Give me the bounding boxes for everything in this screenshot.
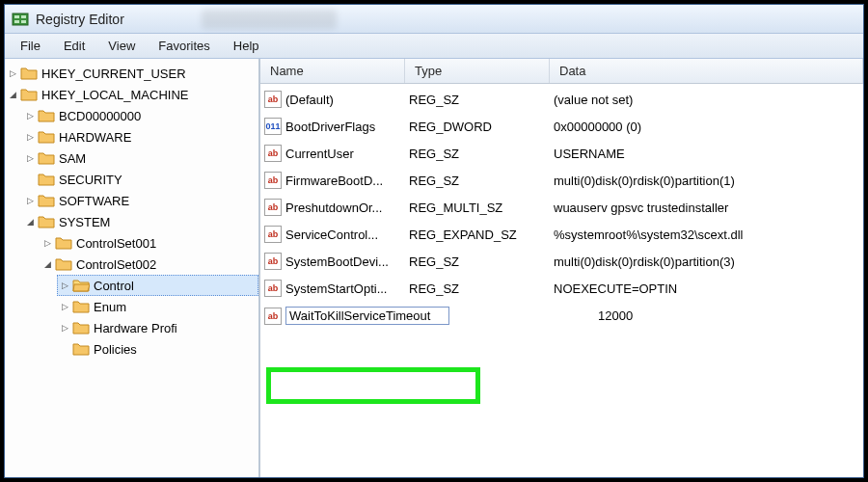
list-row[interactable]: abSystemStartOpti...REG_SZ NOEXECUTE=OPT… bbox=[260, 275, 863, 302]
expander-icon[interactable]: ▷ bbox=[7, 67, 18, 79]
expander-icon[interactable]: ◢ bbox=[7, 89, 18, 100]
tree-node-hkcu[interactable]: ▷ HKEY_CURRENT_USER bbox=[5, 63, 258, 84]
folder-icon bbox=[55, 256, 72, 272]
tree-label: SOFTWARE bbox=[59, 194, 129, 208]
tree-label: Enum bbox=[94, 300, 126, 314]
tree-label: HKEY_LOCAL_MACHINE bbox=[41, 88, 188, 102]
value-name: SystemStartOpti... bbox=[285, 281, 387, 296]
expander-icon[interactable]: ◢ bbox=[41, 258, 53, 270]
list-row[interactable]: ab(Default)REG_SZ(value not set) bbox=[260, 86, 863, 113]
value-data: (value not set) bbox=[554, 93, 859, 107]
value-name-edit-input[interactable] bbox=[285, 307, 449, 325]
expander-icon[interactable]: ▷ bbox=[59, 280, 70, 291]
watermark: 系统之家 xitongzhijia.net bbox=[728, 434, 858, 470]
tree-label: HARDWARE bbox=[59, 130, 131, 145]
tree-label: BCD00000000 bbox=[59, 109, 141, 123]
list-row[interactable]: abFirmwareBootD...REG_SZmulti(0)disk(0)r… bbox=[260, 167, 863, 194]
list-header: Name Type Data bbox=[260, 59, 863, 84]
menu-edit[interactable]: Edit bbox=[54, 36, 95, 56]
expander-icon[interactable]: ▷ bbox=[59, 301, 70, 312]
expander-icon[interactable]: ▷ bbox=[24, 195, 36, 206]
titlebar-blur-region bbox=[202, 10, 337, 29]
value-type: REG_EXPAND_SZ bbox=[409, 228, 554, 242]
menubar: File Edit View Favorites Help bbox=[5, 34, 863, 59]
folder-icon bbox=[38, 150, 55, 166]
list-row[interactable]: 011BootDriverFlagsREG_DWORD0x00000000 (0… bbox=[260, 113, 863, 140]
tree-label: ControlSet001 bbox=[76, 236, 156, 251]
value-type: REG_SZ bbox=[409, 147, 554, 161]
string-value-icon: ab bbox=[264, 145, 282, 162]
tree-node-hardware[interactable]: ▷HARDWARE bbox=[22, 126, 258, 147]
menu-favorites[interactable]: Favorites bbox=[149, 36, 219, 56]
string-value-icon: ab bbox=[264, 308, 282, 325]
tree-pane[interactable]: ▷ HKEY_CURRENT_USER ◢ HKEY_LOCAL_MACHINE… bbox=[5, 59, 260, 477]
expander-icon[interactable]: ▷ bbox=[24, 110, 36, 121]
value-type: REG_DWORD bbox=[409, 120, 554, 134]
tree-node-security[interactable]: ▷SECURITY bbox=[22, 169, 258, 190]
expander-icon[interactable]: ▷ bbox=[24, 152, 36, 164]
tree-node-sam[interactable]: ▷SAM bbox=[22, 147, 258, 169]
titlebar[interactable]: Registry Editor bbox=[5, 5, 863, 34]
expander-icon[interactable]: ▷ bbox=[41, 237, 53, 249]
expander-icon[interactable]: ▷ bbox=[59, 322, 70, 334]
string-value-icon: ab bbox=[264, 280, 282, 297]
value-data: 0x00000000 (0) bbox=[554, 120, 859, 134]
tree-node-software[interactable]: ▷SOFTWARE bbox=[22, 190, 258, 211]
value-type: REG_SZ bbox=[409, 254, 554, 269]
content-area: ▷ HKEY_CURRENT_USER ◢ HKEY_LOCAL_MACHINE… bbox=[5, 59, 863, 477]
list-row[interactable]: abServiceControl...REG_EXPAND_SZ%systemr… bbox=[260, 221, 863, 248]
folder-icon bbox=[72, 299, 90, 314]
value-type: REG_SZ bbox=[409, 93, 554, 107]
string-value-icon: ab bbox=[264, 226, 282, 243]
value-data: %systemroot%\system32\scext.dll bbox=[554, 228, 859, 242]
tree-node-cs002[interactable]: ◢ControlSet002 bbox=[40, 254, 258, 275]
watermark-text-url: xitongzhijia.net bbox=[774, 455, 858, 468]
value-name: BootDriverFlags bbox=[285, 120, 375, 134]
folder-icon bbox=[38, 193, 55, 208]
value-data: USERNAME bbox=[554, 147, 859, 161]
list-row-editing[interactable]: ab12000 bbox=[260, 302, 863, 330]
string-value-icon: ab bbox=[264, 172, 282, 189]
folder-icon bbox=[72, 320, 90, 335]
column-header-data[interactable]: Data bbox=[550, 59, 863, 83]
value-name: FirmwareBootD... bbox=[285, 174, 383, 188]
folder-icon bbox=[55, 235, 72, 251]
registry-editor-window: Registry Editor File Edit View Favorites… bbox=[4, 4, 864, 478]
value-name: ServiceControl... bbox=[285, 228, 378, 242]
menu-file[interactable]: File bbox=[11, 36, 50, 56]
expander-icon[interactable]: ▷ bbox=[24, 131, 36, 143]
list-row[interactable]: abPreshutdownOr...REG_MULTI_SZwuauserv g… bbox=[260, 194, 863, 221]
tree-node-hwprof[interactable]: ▷Hardware Profi bbox=[57, 317, 258, 338]
value-type: REG_SZ bbox=[409, 174, 554, 188]
watermark-text-cn: 系统之家 bbox=[774, 437, 858, 456]
folder-open-icon bbox=[72, 278, 90, 293]
tree-label: Hardware Profi bbox=[94, 321, 177, 335]
tree-label: ControlSet002 bbox=[76, 257, 156, 272]
value-name: SystemBootDevi... bbox=[285, 254, 389, 269]
tree-node-bcd[interactable]: ▷BCD00000000 bbox=[22, 105, 258, 126]
tree-node-hklm[interactable]: ◢ HKEY_LOCAL_MACHINE bbox=[5, 84, 258, 105]
menu-help[interactable]: Help bbox=[224, 36, 269, 56]
tree-node-policies[interactable]: ▷Policies bbox=[57, 338, 258, 360]
string-value-icon: ab bbox=[264, 253, 282, 270]
value-name: PreshutdownOr... bbox=[285, 201, 382, 215]
value-type: REG_SZ bbox=[409, 281, 554, 296]
expander-icon[interactable]: ◢ bbox=[24, 216, 36, 228]
tree-node-system[interactable]: ◢SYSTEM bbox=[22, 211, 258, 232]
column-header-type[interactable]: Type bbox=[405, 59, 550, 83]
binary-value-icon: 011 bbox=[264, 118, 282, 135]
svg-rect-0 bbox=[13, 13, 28, 25]
column-header-name[interactable]: Name bbox=[260, 59, 405, 83]
value-data: multi(0)disk(0)rdisk(0)partition(1) bbox=[554, 174, 859, 188]
value-data: multi(0)disk(0)rdisk(0)partition(3) bbox=[554, 254, 859, 269]
tree-node-enum[interactable]: ▷Enum bbox=[57, 296, 258, 317]
app-icon bbox=[11, 10, 30, 29]
values-list-pane[interactable]: Name Type Data ab(Default)REG_SZ(value n… bbox=[260, 59, 863, 477]
list-row[interactable]: abCurrentUserREG_SZUSERNAME bbox=[260, 140, 863, 167]
folder-icon bbox=[38, 214, 55, 229]
tree-node-cs001[interactable]: ▷ControlSet001 bbox=[40, 232, 258, 254]
list-row[interactable]: abSystemBootDevi...REG_SZmulti(0)disk(0)… bbox=[260, 248, 863, 275]
menu-view[interactable]: View bbox=[98, 36, 145, 56]
value-type: REG_MULTI_SZ bbox=[409, 201, 554, 215]
tree-node-control[interactable]: ▷Control bbox=[57, 275, 258, 296]
